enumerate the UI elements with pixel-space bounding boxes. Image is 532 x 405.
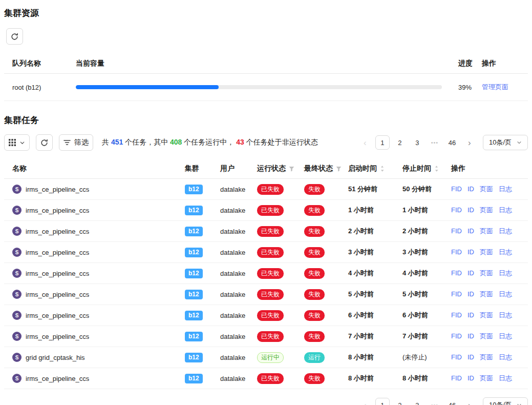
tasks-refresh-button[interactable] (36, 134, 53, 151)
filter-funnel-icon[interactable] (336, 166, 342, 172)
pagination-page-1[interactable]: 1 (375, 135, 390, 150)
id-link[interactable]: ID (467, 269, 474, 277)
spark-avatar-icon: S (12, 353, 22, 362)
page-link[interactable]: 页面 (480, 311, 493, 319)
page-link[interactable]: 页面 (480, 353, 493, 361)
stop-time: 3 小时前 (402, 248, 428, 256)
id-link[interactable]: ID (467, 227, 474, 235)
page-size-select[interactable]: 10条/页 (483, 135, 528, 150)
capacity-progress-fill (76, 85, 219, 89)
cluster-badge: b12 (185, 290, 203, 299)
task-name: irms_ce_pipeline_ccs (26, 291, 89, 298)
filter-lines-icon (63, 139, 71, 146)
page-link[interactable]: 页面 (480, 269, 493, 277)
id-link[interactable]: ID (467, 374, 474, 382)
pagination-page-1[interactable]: 1 (375, 398, 390, 405)
pagination-prev-button[interactable]: ‹ (358, 398, 372, 405)
log-link[interactable]: 日志 (499, 269, 512, 277)
view-switcher-button[interactable] (4, 134, 30, 151)
log-link[interactable]: 日志 (499, 374, 512, 382)
log-link[interactable]: 日志 (499, 332, 512, 340)
page-link[interactable]: 页面 (480, 332, 493, 340)
task-name: irms_ce_pipeline_ccs (26, 207, 89, 214)
task-row: Sirms_ce_pipeline_ccs b12 datalake 已失败 失… (4, 263, 528, 284)
id-link[interactable]: ID (467, 206, 474, 214)
stop-time: 1 小时前 (402, 206, 428, 214)
page-link[interactable]: 页面 (480, 185, 493, 193)
filter-button[interactable]: 筛选 (59, 134, 93, 151)
user-name: datalake (220, 186, 245, 193)
page-link[interactable]: 页面 (480, 227, 493, 235)
page-size-select[interactable]: 10条/页 (483, 397, 528, 405)
total-task-count: 451 (111, 138, 123, 146)
pagination-page-last[interactable]: 46 (445, 398, 459, 405)
pagination-page-2[interactable]: 2 (393, 135, 407, 150)
resource-row: root (b12) 39% 管理页面 (4, 74, 528, 101)
final-status-badge: 运行 (304, 352, 325, 363)
pagination-top: ‹ 1 2 3 ••• 46 › 10条/页 (358, 135, 528, 150)
user-name: datalake (220, 207, 245, 214)
page: 集群资源 队列名称 当前容量 进度 操作 roo (0, 0, 532, 405)
pagination-jump-next[interactable]: ••• (428, 135, 442, 150)
spark-avatar-icon: S (12, 269, 22, 278)
page-link[interactable]: 页面 (480, 374, 493, 382)
queue-name: root (b12) (12, 84, 41, 91)
fid-link[interactable]: FID (451, 290, 462, 298)
user-name: datalake (220, 291, 245, 298)
pagination-next-button[interactable]: › (462, 135, 477, 150)
log-link[interactable]: 日志 (499, 185, 512, 193)
log-link[interactable]: 日志 (499, 248, 512, 256)
page-link[interactable]: 页面 (480, 290, 493, 298)
cluster-badge: b12 (185, 185, 203, 194)
pagination-jump-next[interactable]: ••• (428, 398, 442, 405)
id-link[interactable]: ID (467, 185, 474, 193)
col-start-time[interactable]: 启动时间 (340, 159, 394, 179)
pagination-page-last[interactable]: 46 (445, 135, 459, 150)
task-row: Sirms_ce_pipeline_ccs b12 datalake 已失败 失… (4, 200, 528, 221)
fid-link[interactable]: FID (451, 311, 462, 319)
log-link[interactable]: 日志 (499, 311, 512, 319)
pagination-prev-button[interactable]: ‹ (358, 135, 372, 150)
sorter-icon[interactable] (380, 165, 385, 172)
task-row: Sirms_ce_pipeline_ccs b12 datalake 已失败 失… (4, 179, 528, 200)
log-link[interactable]: 日志 (499, 353, 512, 361)
start-time: 6 小时前 (348, 311, 374, 319)
fid-link[interactable]: FID (451, 206, 462, 214)
id-link[interactable]: ID (467, 332, 474, 340)
page-link[interactable]: 页面 (480, 206, 493, 214)
final-status-badge: 失败 (304, 226, 325, 237)
start-time: 3 小时前 (348, 248, 374, 256)
cluster-badge: b12 (185, 269, 203, 278)
pagination-next-button[interactable]: › (462, 398, 477, 405)
pagination-page-2[interactable]: 2 (393, 398, 407, 405)
page-link[interactable]: 页面 (480, 248, 493, 256)
log-link[interactable]: 日志 (499, 227, 512, 235)
id-link[interactable]: ID (467, 353, 474, 361)
pagination-page-3[interactable]: 3 (410, 135, 424, 150)
id-link[interactable]: ID (467, 311, 474, 319)
resources-refresh-button[interactable] (6, 28, 23, 45)
start-time: 51 分钟前 (348, 185, 377, 193)
fid-link[interactable]: FID (451, 374, 462, 382)
spark-avatar-icon: S (12, 206, 22, 215)
id-link[interactable]: ID (467, 290, 474, 298)
log-link[interactable]: 日志 (499, 206, 512, 214)
col-name: 名称 (4, 159, 177, 179)
fid-link[interactable]: FID (451, 248, 462, 256)
fid-link[interactable]: FID (451, 185, 462, 193)
sorter-icon[interactable] (434, 165, 439, 172)
fid-link[interactable]: FID (451, 269, 462, 277)
fid-link[interactable]: FID (451, 227, 462, 235)
id-link[interactable]: ID (467, 248, 474, 256)
filter-funnel-icon[interactable] (289, 166, 294, 172)
final-status-badge: 失败 (304, 331, 325, 342)
col-stop-time[interactable]: 停止时间 (394, 159, 443, 179)
tasks-table: 名称 集群 用户 运行状态 最终状态 (4, 159, 528, 389)
cluster-resources-section: 集群资源 队列名称 当前容量 进度 操作 roo (4, 7, 528, 101)
pagination-page-3[interactable]: 3 (410, 398, 424, 405)
fid-link[interactable]: FID (451, 353, 462, 361)
tasks-section-title: 集群任务 (4, 114, 528, 126)
fid-link[interactable]: FID (451, 332, 462, 340)
manage-page-link[interactable]: 管理页面 (482, 83, 508, 91)
log-link[interactable]: 日志 (499, 290, 512, 298)
